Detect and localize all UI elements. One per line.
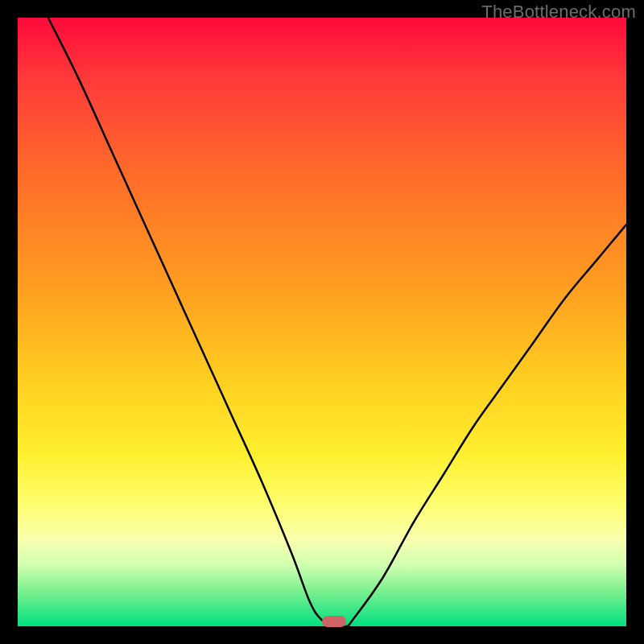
optimal-marker (322, 616, 346, 627)
plot-area (18, 18, 626, 626)
chart-frame: TheBottleneck.com (0, 0, 644, 644)
bottleneck-curve (18, 18, 626, 626)
